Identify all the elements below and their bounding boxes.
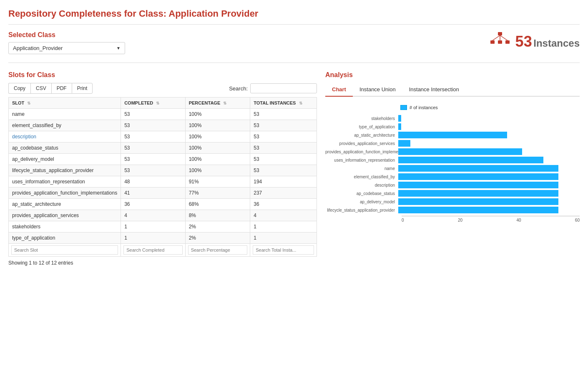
cell-total: 36 xyxy=(250,199,317,210)
search-completed-input[interactable] xyxy=(123,245,182,255)
cell-total: 53 xyxy=(250,165,317,176)
tab-instance-intersection[interactable]: Instance Intersection xyxy=(402,83,466,96)
print-button[interactable]: Print xyxy=(72,83,93,94)
search-slot-input[interactable] xyxy=(11,245,118,255)
cell-total: 4 xyxy=(250,210,317,221)
svg-rect-2 xyxy=(498,40,502,44)
svg-rect-1 xyxy=(490,40,495,44)
cell-completed: 53 xyxy=(121,131,185,142)
slots-table: SLOT ⇅ COMPLETED ⇅ PERCENTAGE ⇅ TOTAL IN… xyxy=(8,97,317,257)
cell-completed: 53 xyxy=(121,154,185,165)
svg-line-4 xyxy=(493,35,500,40)
page-title-static: Repository Completeness for Class: xyxy=(8,8,168,19)
col-percentage: PERCENTAGE ⇅ xyxy=(185,98,250,109)
class-dropdown-value: Application_Provider xyxy=(13,45,63,51)
x-tick-40: 40 xyxy=(516,218,521,222)
bar-row: lifecycle_status_application_provider xyxy=(325,207,580,213)
search-input[interactable] xyxy=(250,83,317,93)
cell-slot: description xyxy=(9,131,121,142)
bar-container xyxy=(398,190,580,197)
cell-percentage: 100% xyxy=(185,142,250,154)
cell-percentage: 100% xyxy=(185,165,250,176)
bar-row: type_of_application xyxy=(325,123,580,130)
tab-instance-union[interactable]: Instance Union xyxy=(353,83,402,96)
cell-percentage: 100% xyxy=(185,109,250,120)
cell-slot: element_classified_by xyxy=(9,120,121,131)
x-tick-0: 0 xyxy=(402,218,404,222)
bar-label: lifecycle_status_application_provider xyxy=(325,208,398,212)
cell-completed: 36 xyxy=(121,199,185,210)
cell-percentage: 100% xyxy=(185,154,250,165)
table-row: lifecycle_status_application_provider 53… xyxy=(9,165,317,176)
table-row: stakeholders 1 2% 1 xyxy=(9,221,317,232)
cell-percentage: 68% xyxy=(185,199,250,210)
bar xyxy=(398,157,543,163)
copy-button[interactable]: Copy xyxy=(8,83,30,94)
bar xyxy=(398,207,558,213)
bar-row: name xyxy=(325,165,580,172)
table-row: type_of_application 1 2% 1 xyxy=(9,232,317,244)
cell-percentage: 2% xyxy=(185,221,250,232)
tab-chart[interactable]: Chart xyxy=(325,83,353,97)
bar-container xyxy=(398,115,580,122)
table-row: name 53 100% 53 xyxy=(9,109,317,120)
bar-container xyxy=(398,207,580,213)
search-percentage-input[interactable] xyxy=(188,245,248,255)
x-tick-60: 60 xyxy=(575,218,580,222)
table-row: ap_codebase_status 53 100% 53 xyxy=(9,142,317,154)
cell-total: 53 xyxy=(250,131,317,142)
bar xyxy=(398,123,401,130)
bar-row: provides_application_services xyxy=(325,140,580,147)
bar xyxy=(398,115,401,122)
svg-line-6 xyxy=(500,35,508,40)
cell-total: 53 xyxy=(250,142,317,154)
bar-container xyxy=(398,123,580,130)
bar-label: element_classified_by xyxy=(325,175,398,179)
bar-row: provides_application_function_implementa… xyxy=(325,148,580,155)
bar-label: name xyxy=(325,166,398,171)
analysis-tabs: Chart Instance Union Instance Intersecti… xyxy=(325,83,580,97)
cell-total: 237 xyxy=(250,188,317,199)
bar-container xyxy=(398,140,580,147)
bar-label: description xyxy=(325,183,398,188)
bar-container xyxy=(398,148,580,155)
cell-percentage: 77% xyxy=(185,188,250,199)
class-dropdown[interactable]: Application_Provider ▼ xyxy=(8,42,125,54)
bar xyxy=(398,132,507,138)
search-total-input[interactable] xyxy=(253,245,314,255)
bar-chart: stakeholders type_of_application ap_stat… xyxy=(325,115,580,213)
table-button-group: Copy CSV PDF Print xyxy=(8,83,93,94)
svg-rect-0 xyxy=(498,32,502,35)
cell-completed: 53 xyxy=(121,165,185,176)
bar-container xyxy=(398,198,580,205)
cell-slot: ap_codebase_status xyxy=(9,142,121,154)
cell-slot: ap_static_architecture xyxy=(9,199,121,210)
chart-area: # of instances stakeholders type_of_appl… xyxy=(325,102,580,226)
bar-label: ap_codebase_status xyxy=(325,191,398,196)
pdf-button[interactable]: PDF xyxy=(51,83,72,94)
table-row: ap_delivery_model 53 100% 53 xyxy=(9,154,317,165)
bar xyxy=(398,140,410,147)
bar xyxy=(398,165,558,172)
cell-percentage: 100% xyxy=(185,120,250,131)
cell-completed: 53 xyxy=(121,109,185,120)
cell-slot: provides_application_function_implementa… xyxy=(9,188,121,199)
table-row: description 53 100% 53 xyxy=(9,131,317,142)
selected-class-label: Selected Class xyxy=(8,31,448,39)
bar-label: type_of_application xyxy=(325,125,398,129)
x-axis-labels: 0 20 40 60 xyxy=(402,218,580,222)
cell-percentage: 2% xyxy=(185,232,250,244)
bar-row: ap_delivery_model xyxy=(325,198,580,205)
bar-row: element_classified_by xyxy=(325,173,580,180)
col-slot: SLOT ⇅ xyxy=(9,98,121,109)
csv-button[interactable]: CSV xyxy=(30,83,51,94)
bar-container xyxy=(398,132,580,138)
x-tick-20: 20 xyxy=(458,218,462,222)
analysis-label: Analysis xyxy=(325,71,580,79)
bar-container xyxy=(398,182,580,188)
cell-slot: lifecycle_status_application_provider xyxy=(9,165,121,176)
bar-container xyxy=(398,173,580,180)
search-label: Search: xyxy=(229,85,248,92)
cell-total: 53 xyxy=(250,120,317,131)
cell-completed: 4 xyxy=(121,210,185,221)
